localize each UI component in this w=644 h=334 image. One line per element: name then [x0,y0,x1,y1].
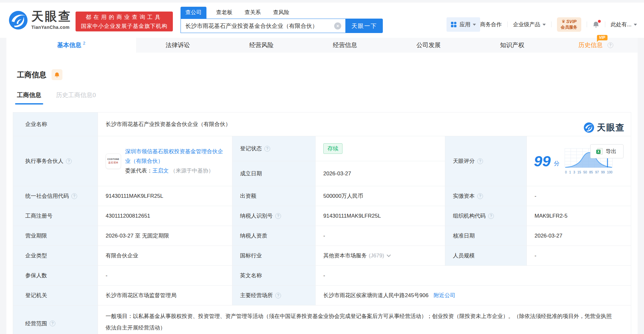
clear-search-icon[interactable] [334,22,341,29]
score-number: 99 [534,154,551,169]
crown-icon: ♛ [562,19,566,24]
promo-banner: 都在用的商业查询工具 国家中小企业发展子基金旗下机构 [76,12,173,31]
contribution-label: 出资额 [232,186,316,206]
tab-company-development[interactable]: 公司发展 [387,38,470,53]
help-icon[interactable] [477,158,483,164]
vip-badge: VIP [597,35,608,40]
main-content: 工商信息 天眼查 工商信息 历史工商信息0 导出 [6,53,638,334]
tianyancha-logo-icon [584,122,594,133]
help-icon[interactable] [66,158,72,164]
status-date-column: 登记状态 存续 成立日期 2026-03-27 [232,136,445,186]
tab-intellectual-property[interactable]: 知识产权 [471,38,554,53]
help-icon[interactable] [477,193,483,199]
partner-logo[interactable]: COSTONE 基石资本 [106,154,121,169]
chevron-down-icon [543,24,546,26]
tab-operation-info-label: 经营信息 [333,41,357,49]
user-menu[interactable]: 此处有... [611,21,637,28]
help-icon[interactable] [264,146,270,152]
divider [605,21,605,27]
business-term-label: 营业期限 [13,226,98,246]
paid-capital-value: - [527,186,631,206]
executive-partner-label: 执行事务合伙人 [13,136,98,186]
tab-operation-info[interactable]: 经营信息 [303,38,387,53]
table-row: 企业名称 长沙市雨花基石产业投资基金合伙企业（有限合伙） [13,113,631,136]
help-icon[interactable] [608,42,613,48]
apps-menu[interactable]: 应用 [447,17,480,32]
table-subrow: 登记状态 存续 [232,136,445,161]
table-row: 经营范围 一般项目：以私募基金从事股权投资、投资管理、资产管理等活动（须在中国证… [13,305,631,334]
taxpayer-id-label: 纳税人识别号 [232,206,316,226]
notifications-button[interactable] [592,21,600,28]
help-icon[interactable] [71,193,77,199]
business-info-table: 企业名称 长沙市雨花基石产业投资基金合伙企业（有限合伙） 执行事务合伙人 COS… [13,112,631,334]
tab-history-info-label: 历史信息 [578,41,603,49]
tab-history-info[interactable]: VIP 历史信息 [554,38,638,53]
staff-size-value: - [527,246,631,265]
bell-icon [54,72,60,78]
search-input[interactable] [181,19,345,33]
registration-status-label: 登记状态 [232,136,316,161]
rep-name-link[interactable]: 王启文 [152,168,169,174]
established-date-value: 2026-03-27 [316,161,445,186]
company-tabbar: 基本信息 2 法律诉讼 经营风险 经营信息 公司发展 知识产权 VIP 历史信息 [6,38,638,53]
table-row: 登记机关 长沙市雨花区市场监督管理局 主要经营场所 长沙市雨花区侯家塘街道人民中… [13,286,631,305]
nav-cooperation[interactable]: 商务合作 [480,21,502,28]
help-icon[interactable] [275,213,281,219]
subscribe-bell-button[interactable] [52,69,62,80]
nav-enterprise-products[interactable]: 企业级产品 [513,21,546,28]
page: 天眼查 TianYanCha.com 都在用的商业查询工具 国家中小企业发展子基… [0,0,644,334]
credit-code-value: 91430111MAK9LFR25L [98,186,232,206]
notification-dot [598,20,601,23]
tianyancha-logo[interactable]: 天眼查 TianYanCha.com [9,10,72,30]
svip-label: SVIP [566,19,576,24]
search-area: 查公司 查老板 查关系 查风险 天眼一下 [181,7,383,33]
help-icon[interactable] [50,321,55,326]
logo-name: 天眼查 [31,10,72,22]
watermark-text: 天眼查 [597,122,625,133]
score-unit: 分 [554,155,559,167]
taxpayer-qualification-label: 纳税人资质 [232,226,316,246]
tab-operation-risk-label: 经营风险 [249,41,274,49]
company-name-value: 长沙市雨花基石产业投资基金合伙企业（有限合伙） [98,113,631,136]
section-header: 工商信息 [17,69,631,80]
divider [507,21,508,27]
tab-legal[interactable]: 法律诉讼 [136,38,220,53]
subtab-business-info[interactable]: 工商信息 [17,91,41,104]
svip-sublabel: 会员服务 [561,24,577,30]
chevron-down-icon[interactable] [387,253,391,257]
tab-legal-label: 法律诉讼 [165,41,190,49]
tab-company-development-label: 公司发展 [416,41,441,49]
subtab-history-business-info[interactable]: 历史工商信息0 [56,91,96,104]
industry-code: (J679) [369,253,384,259]
section-title: 工商信息 [17,70,46,80]
tianyan-score-value[interactable]: 99 分 0 [527,136,631,186]
tab-basic-info[interactable]: 基本信息 2 [6,38,136,53]
business-address-value: 长沙市雨花区侯家塘街道人民中路245号906 附近公司 [316,286,631,305]
staff-size-label: 人员规模 [445,246,527,265]
apps-grid-icon [451,21,457,28]
help-icon[interactable] [488,213,494,219]
search-submit-button[interactable]: 天眼一下 [346,19,383,33]
logo-domain: TianYanCha.com [31,25,72,30]
search-tabs: 查公司 查老板 查关系 查风险 [181,7,383,19]
business-term-value: 2026-03-27 至 无固定期限 [98,226,232,246]
executive-partner-value: COSTONE 基石资本 深圳市领信基石股权投资基金管理合伙企业（有限合伙） 委… [98,136,232,186]
search-tab-relation[interactable]: 查关系 [245,7,261,19]
search-tab-company[interactable]: 查公司 [181,7,206,19]
chevron-down-icon [634,24,637,26]
reg-number-label: 工商注册号 [13,206,98,226]
insured-count-value: - [98,266,232,285]
partner-company-link[interactable]: 深圳市领信基石股权投资基金管理合伙企业（有限合伙） [125,148,223,164]
export-button[interactable]: 导出 [590,144,624,158]
english-name-label: 英文名称 [232,266,316,285]
company-name-label: 企业名称 [13,113,98,136]
tab-operation-risk[interactable]: 经营风险 [220,38,303,53]
taxpayer-id-value: 91430111MAK9LFR25L [316,206,445,226]
search-tab-risk[interactable]: 查风险 [273,7,289,19]
search-tab-boss[interactable]: 查老板 [216,7,232,19]
help-icon[interactable] [275,293,281,298]
svip-member-button[interactable]: ♛ SVIP 会员服务 [557,17,581,32]
contribution-value: 500000万人民币 [316,186,445,206]
divider [587,21,587,27]
nearby-companies-link[interactable]: 附近公司 [434,292,455,299]
